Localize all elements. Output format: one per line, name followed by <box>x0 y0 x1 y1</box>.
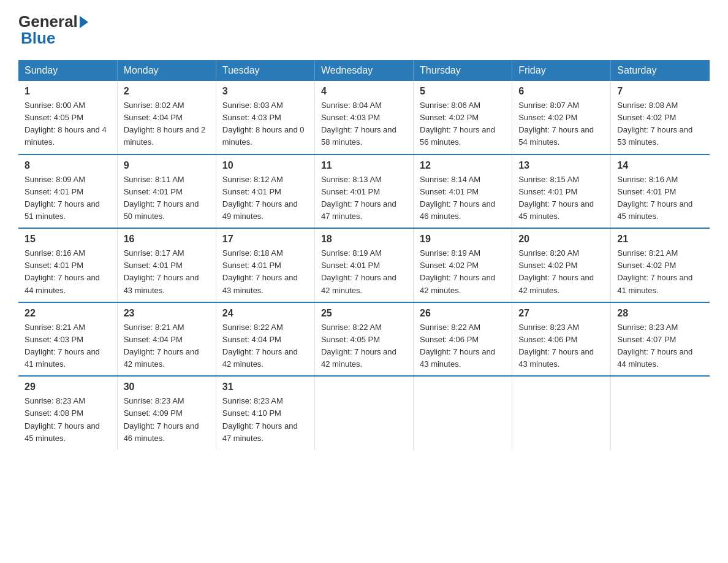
day-info: Sunrise: 8:14 AMSunset: 4:01 PMDaylight:… <box>420 175 495 221</box>
calendar-day-cell: 23 Sunrise: 8:21 AMSunset: 4:04 PMDaylig… <box>117 302 216 377</box>
day-info: Sunrise: 8:03 AMSunset: 4:03 PMDaylight:… <box>222 101 305 147</box>
day-info: Sunrise: 8:12 AMSunset: 4:01 PMDaylight:… <box>222 175 298 221</box>
day-info: Sunrise: 8:22 AMSunset: 4:04 PMDaylight:… <box>222 323 298 369</box>
calendar-table: SundayMondayTuesdayWednesdayThursdayFrid… <box>18 60 710 450</box>
day-number: 22 <box>25 308 111 319</box>
day-number: 31 <box>222 381 308 393</box>
logo: General Blue <box>18 12 90 48</box>
day-number: 14 <box>617 160 703 171</box>
day-number: 26 <box>420 308 506 319</box>
day-info: Sunrise: 8:13 AMSunset: 4:01 PMDaylight:… <box>321 175 396 221</box>
calendar-day-cell: 6 Sunrise: 8:07 AMSunset: 4:02 PMDayligh… <box>512 81 611 155</box>
day-info: Sunrise: 8:18 AMSunset: 4:01 PMDaylight:… <box>222 248 298 294</box>
header-sunday: Sunday <box>18 60 117 81</box>
day-number: 17 <box>222 234 308 245</box>
calendar-day-cell: 28 Sunrise: 8:23 AMSunset: 4:07 PMDaylig… <box>611 302 710 377</box>
day-info: Sunrise: 8:16 AMSunset: 4:01 PMDaylight:… <box>25 248 100 294</box>
calendar-day-cell: 17 Sunrise: 8:18 AMSunset: 4:01 PMDaylig… <box>216 228 314 302</box>
calendar-day-cell: 15 Sunrise: 8:16 AMSunset: 4:01 PMDaylig… <box>18 228 117 302</box>
header-tuesday: Tuesday <box>216 60 314 81</box>
calendar-day-cell: 2 Sunrise: 8:02 AMSunset: 4:04 PMDayligh… <box>117 81 216 155</box>
day-number: 9 <box>124 160 210 171</box>
day-number: 4 <box>321 86 407 97</box>
calendar-day-cell: 1 Sunrise: 8:00 AMSunset: 4:05 PMDayligh… <box>18 81 117 155</box>
calendar-day-cell: 11 Sunrise: 8:13 AMSunset: 4:01 PMDaylig… <box>314 155 413 229</box>
calendar-day-cell: 14 Sunrise: 8:16 AMSunset: 4:01 PMDaylig… <box>611 155 710 229</box>
day-number: 29 <box>25 381 111 393</box>
day-info: Sunrise: 8:23 AMSunset: 4:08 PMDaylight:… <box>25 396 100 442</box>
calendar-day-cell: 13 Sunrise: 8:15 AMSunset: 4:01 PMDaylig… <box>512 155 611 229</box>
day-info: Sunrise: 8:21 AMSunset: 4:02 PMDaylight:… <box>617 248 692 294</box>
day-number: 8 <box>25 160 111 171</box>
day-info: Sunrise: 8:09 AMSunset: 4:01 PMDaylight:… <box>25 175 100 221</box>
header-saturday: Saturday <box>611 60 710 81</box>
day-info: Sunrise: 8:19 AMSunset: 4:01 PMDaylight:… <box>321 248 396 294</box>
calendar-day-cell: 9 Sunrise: 8:11 AMSunset: 4:01 PMDayligh… <box>117 155 216 229</box>
calendar-day-cell: 24 Sunrise: 8:22 AMSunset: 4:04 PMDaylig… <box>216 302 314 377</box>
calendar-day-cell: 12 Sunrise: 8:14 AMSunset: 4:01 PMDaylig… <box>414 155 512 229</box>
calendar-day-cell: 26 Sunrise: 8:22 AMSunset: 4:06 PMDaylig… <box>414 302 512 377</box>
calendar-week-row: 15 Sunrise: 8:16 AMSunset: 4:01 PMDaylig… <box>18 228 710 302</box>
calendar-day-cell: 3 Sunrise: 8:03 AMSunset: 4:03 PMDayligh… <box>216 81 314 155</box>
calendar-day-cell: 7 Sunrise: 8:08 AMSunset: 4:02 PMDayligh… <box>611 81 710 155</box>
day-info: Sunrise: 8:00 AMSunset: 4:05 PMDaylight:… <box>25 101 107 147</box>
calendar-week-row: 29 Sunrise: 8:23 AMSunset: 4:08 PMDaylig… <box>18 376 710 450</box>
day-info: Sunrise: 8:21 AMSunset: 4:04 PMDaylight:… <box>124 323 199 369</box>
calendar-day-cell: 29 Sunrise: 8:23 AMSunset: 4:08 PMDaylig… <box>18 376 117 450</box>
calendar-day-cell: 5 Sunrise: 8:06 AMSunset: 4:02 PMDayligh… <box>414 81 512 155</box>
day-number: 12 <box>420 160 506 171</box>
calendar-day-cell: 10 Sunrise: 8:12 AMSunset: 4:01 PMDaylig… <box>216 155 314 229</box>
day-number: 1 <box>25 86 111 97</box>
day-info: Sunrise: 8:02 AMSunset: 4:04 PMDaylight:… <box>124 101 206 147</box>
calendar-week-row: 22 Sunrise: 8:21 AMSunset: 4:03 PMDaylig… <box>18 302 710 377</box>
day-info: Sunrise: 8:15 AMSunset: 4:01 PMDaylight:… <box>518 175 594 221</box>
day-number: 6 <box>518 86 604 97</box>
calendar-day-cell: 22 Sunrise: 8:21 AMSunset: 4:03 PMDaylig… <box>18 302 117 377</box>
day-info: Sunrise: 8:06 AMSunset: 4:02 PMDaylight:… <box>420 101 495 147</box>
calendar-day-cell: 18 Sunrise: 8:19 AMSunset: 4:01 PMDaylig… <box>314 228 413 302</box>
day-info: Sunrise: 8:22 AMSunset: 4:06 PMDaylight:… <box>420 323 495 369</box>
header-friday: Friday <box>512 60 611 81</box>
day-number: 19 <box>420 234 506 245</box>
day-number: 21 <box>617 234 703 245</box>
day-number: 7 <box>617 86 703 97</box>
logo-blue: Blue <box>21 29 55 48</box>
calendar-day-cell: 19 Sunrise: 8:19 AMSunset: 4:02 PMDaylig… <box>414 228 512 302</box>
day-number: 16 <box>124 234 210 245</box>
day-number: 20 <box>518 234 604 245</box>
day-info: Sunrise: 8:11 AMSunset: 4:01 PMDaylight:… <box>124 175 199 221</box>
day-number: 30 <box>124 381 210 393</box>
day-info: Sunrise: 8:21 AMSunset: 4:03 PMDaylight:… <box>25 323 100 369</box>
day-number: 2 <box>124 86 210 97</box>
header-wednesday: Wednesday <box>314 60 413 81</box>
header-thursday: Thursday <box>414 60 512 81</box>
header-monday: Monday <box>117 60 216 81</box>
day-info: Sunrise: 8:20 AMSunset: 4:02 PMDaylight:… <box>518 248 594 294</box>
calendar-day-cell: 27 Sunrise: 8:23 AMSunset: 4:06 PMDaylig… <box>512 302 611 377</box>
day-number: 27 <box>518 308 604 319</box>
day-info: Sunrise: 8:17 AMSunset: 4:01 PMDaylight:… <box>124 248 199 294</box>
day-number: 18 <box>321 234 407 245</box>
calendar-day-cell <box>414 376 512 450</box>
day-number: 23 <box>124 308 210 319</box>
calendar-day-cell: 21 Sunrise: 8:21 AMSunset: 4:02 PMDaylig… <box>611 228 710 302</box>
day-info: Sunrise: 8:19 AMSunset: 4:02 PMDaylight:… <box>420 248 495 294</box>
day-number: 10 <box>222 160 308 171</box>
day-info: Sunrise: 8:23 AMSunset: 4:10 PMDaylight:… <box>222 396 298 442</box>
day-number: 11 <box>321 160 407 171</box>
day-info: Sunrise: 8:23 AMSunset: 4:06 PMDaylight:… <box>518 323 594 369</box>
day-number: 24 <box>222 308 308 319</box>
day-info: Sunrise: 8:23 AMSunset: 4:07 PMDaylight:… <box>617 323 692 369</box>
day-info: Sunrise: 8:07 AMSunset: 4:02 PMDaylight:… <box>518 101 594 147</box>
day-info: Sunrise: 8:04 AMSunset: 4:03 PMDaylight:… <box>321 101 396 147</box>
calendar-week-row: 1 Sunrise: 8:00 AMSunset: 4:05 PMDayligh… <box>18 81 710 155</box>
calendar-week-row: 8 Sunrise: 8:09 AMSunset: 4:01 PMDayligh… <box>18 155 710 229</box>
day-info: Sunrise: 8:23 AMSunset: 4:09 PMDaylight:… <box>124 396 199 442</box>
calendar-day-cell <box>611 376 710 450</box>
day-info: Sunrise: 8:22 AMSunset: 4:05 PMDaylight:… <box>321 323 396 369</box>
calendar-day-cell <box>512 376 611 450</box>
day-number: 15 <box>25 234 111 245</box>
calendar-day-cell: 8 Sunrise: 8:09 AMSunset: 4:01 PMDayligh… <box>18 155 117 229</box>
day-number: 28 <box>617 308 703 319</box>
day-number: 3 <box>222 86 308 97</box>
